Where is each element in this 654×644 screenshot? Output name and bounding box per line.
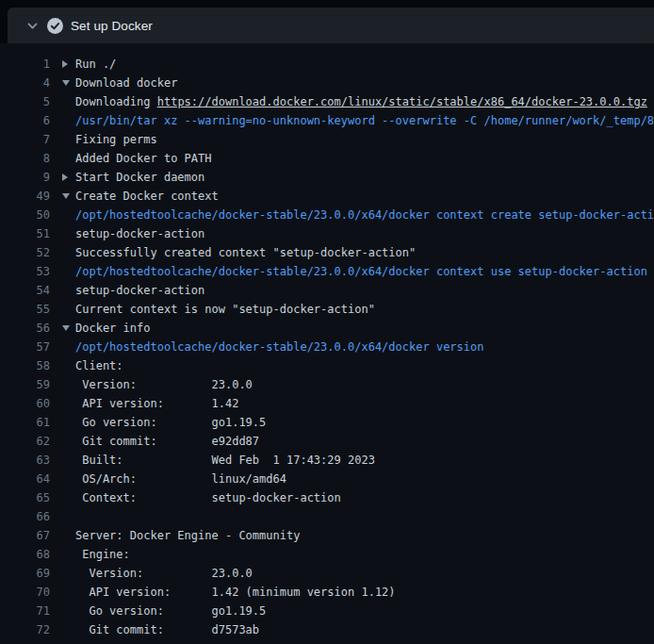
log-line: 7 Fixing perms (0, 130, 654, 149)
log-line-text: Client: (62, 356, 654, 375)
triangle-expanded-icon (62, 325, 70, 331)
log-text: Successfully created context "setup-dock… (75, 246, 416, 259)
line-number[interactable]: 63 (0, 451, 50, 470)
log-text: setup-docker-action (75, 284, 204, 297)
log-line-text: Server: Docker Engine - Community (62, 526, 654, 545)
log-line: 69 Version: 23.0.0 (0, 564, 654, 583)
log-line-text: /opt/hostedtoolcache/docker-stable/23.0.… (62, 338, 654, 356)
log-line-text: Version: 23.0.0 (62, 564, 654, 583)
command-text: /opt/hostedtoolcache/docker-stable/23.0.… (75, 208, 654, 222)
log-text: API version: 1.42 (minimum version 1.12) (75, 586, 396, 599)
log-text: setup-docker-action (75, 227, 204, 240)
line-number[interactable]: 8 (0, 149, 50, 168)
line-number[interactable]: 56 (0, 319, 50, 338)
log-group-header[interactable]: 49 Create Docker context (0, 187, 654, 206)
workflow-log-panel: Set up Docker 1 Run ./ 4 Download docker… (0, 0, 654, 644)
log-line: 71 Go version: go1.19.5 (0, 602, 654, 620)
log-line-text: /opt/hostedtoolcache/docker-stable/23.0.… (62, 262, 654, 281)
log-text: Server: Docker Engine - Community (75, 529, 300, 542)
log-line-text: Engine: (62, 545, 654, 564)
group-title: Run ./ (75, 58, 116, 71)
line-number[interactable]: 68 (0, 545, 50, 564)
command-text: /opt/hostedtoolcache/docker-stable/23.0.… (75, 265, 647, 278)
line-number[interactable]: 61 (0, 413, 50, 432)
log-line: 63 Built: Wed Feb 1 17:43:29 2023 (0, 451, 654, 470)
log-line: 53 /opt/hostedtoolcache/docker-stable/23… (0, 262, 654, 281)
line-number[interactable]: 1 (0, 55, 50, 74)
log-line-text: /usr/bin/tar xz --warning=no-unknown-key… (62, 111, 654, 130)
line-number[interactable]: 65 (0, 488, 50, 507)
step-title: Set up Docker (71, 19, 153, 33)
line-number[interactable]: 50 (0, 206, 50, 224)
line-number[interactable]: 70 (0, 583, 50, 602)
line-number[interactable]: 6 (0, 111, 50, 130)
log-group-header[interactable]: 56 Docker info (0, 319, 654, 338)
line-number[interactable]: 53 (0, 262, 50, 281)
log-text: Version: 23.0.0 (75, 378, 253, 391)
line-number[interactable]: 7 (0, 130, 50, 149)
line-number[interactable]: 52 (0, 243, 50, 262)
line-number[interactable]: 64 (0, 470, 50, 488)
triangle-expanded-icon (62, 193, 70, 199)
log-text: API version: 1.42 (75, 397, 238, 410)
log-line-text: Git commit: d7573ab (62, 620, 654, 639)
log-line: 8 Added Docker to PATH (0, 149, 654, 168)
log-line: 52 Successfully created context "setup-d… (0, 243, 654, 262)
log-text: Client: (75, 359, 123, 372)
log-group-header[interactable]: 4 Download docker (0, 74, 654, 92)
line-number[interactable]: 49 (0, 187, 50, 206)
log-text: OS/Arch: linux/amd64 (75, 472, 286, 486)
line-number[interactable]: 57 (0, 338, 50, 356)
command-text: /usr/bin/tar xz --warning=no-unknown-key… (75, 114, 654, 127)
log-line-text: Current context is now "setup-docker-act… (62, 300, 654, 319)
success-check-icon (47, 18, 63, 34)
log-line-text (62, 507, 654, 526)
log-line: 59 Version: 23.0.0 (0, 375, 654, 394)
log-line-text: Create Docker context (62, 187, 654, 206)
log-line: 60 API version: 1.42 (0, 394, 654, 413)
log-line-text: Go version: go1.19.5 (62, 413, 654, 432)
log-text: Git commit: e92dd87 (75, 435, 259, 448)
log-line: 70 API version: 1.42 (minimum version 1.… (0, 583, 654, 602)
line-number[interactable]: 67 (0, 526, 50, 545)
log-line: 72 Git commit: d7573ab (0, 620, 654, 639)
line-number[interactable]: 71 (0, 602, 50, 620)
line-number[interactable]: 66 (0, 507, 50, 526)
log-text: Current context is now "setup-docker-act… (75, 303, 375, 316)
log-line-text: Fixing perms (62, 130, 654, 149)
log-line-text: Download docker (62, 74, 654, 92)
line-number[interactable]: 62 (0, 432, 50, 451)
line-number[interactable]: 5 (0, 92, 50, 111)
log-url-link[interactable]: https://download.docker.com/linux/static… (157, 95, 647, 108)
log-text: Context: setup-docker-action (75, 491, 341, 504)
line-number[interactable]: 9 (0, 168, 50, 187)
line-number[interactable]: 4 (0, 74, 50, 92)
triangle-expanded-icon (62, 80, 70, 86)
step-header[interactable]: Set up Docker (8, 8, 654, 43)
log-text: Added Docker to PATH (75, 152, 212, 165)
line-number[interactable]: 58 (0, 356, 50, 375)
log-text: Version: 23.0.0 (75, 567, 253, 580)
log-text: Go version: go1.19.5 (75, 604, 266, 618)
triangle-collapsed-icon (62, 173, 68, 181)
line-number[interactable]: 72 (0, 620, 50, 639)
log-line: 5 Downloading https://download.docker.co… (0, 92, 654, 111)
log-text: Git commit: d7573ab (75, 623, 259, 636)
line-number[interactable]: 55 (0, 300, 50, 319)
log-line: 58 Client: (0, 356, 654, 375)
line-number[interactable]: 69 (0, 564, 50, 583)
log-line: 66 (0, 507, 654, 526)
line-number[interactable]: 54 (0, 281, 50, 300)
log-group-header[interactable]: 9 Start Docker daemon (0, 168, 654, 187)
log-line: 51 setup-docker-action (0, 224, 654, 243)
log-line-text: API version: 1.42 (62, 394, 654, 413)
log-line-text: Context: setup-docker-action (62, 488, 654, 507)
log-group-header[interactable]: 1 Run ./ (0, 55, 654, 74)
log-text: Go version: go1.19.5 (75, 416, 266, 429)
line-number[interactable]: 51 (0, 224, 50, 243)
chevron-down-icon[interactable] (26, 20, 39, 32)
log-line-text: Go version: go1.19.5 (62, 602, 654, 620)
line-number[interactable]: 60 (0, 394, 50, 413)
line-number[interactable]: 59 (0, 375, 50, 394)
log-line: 67 Server: Docker Engine - Community (0, 526, 654, 545)
